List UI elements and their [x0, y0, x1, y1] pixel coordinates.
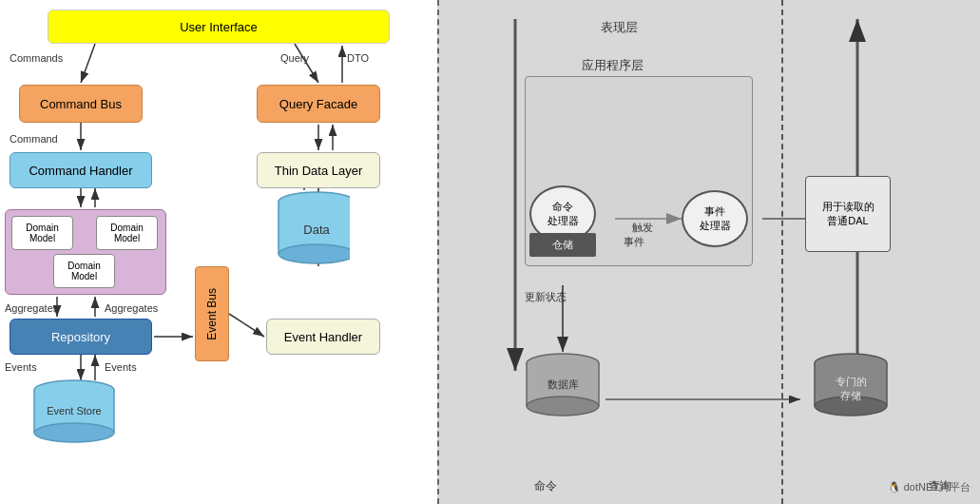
thin-data-layer-box: Thin Data Layer: [257, 152, 380, 188]
domain-model-3: Domain Model: [53, 254, 115, 288]
svg-text:Event Store: Event Store: [47, 405, 101, 417]
right-panel: 表现层 应用程序层 命令 处理器 仓储 触发 事件 事件 处理器 用于读取的 普…: [437, 0, 980, 504]
label-dto: DTO: [347, 52, 369, 64]
read-dal-box: 用于读取的 普通DAL: [805, 176, 891, 252]
event-store-cylinder: Event Store: [27, 378, 122, 455]
svg-point-27: [34, 423, 114, 442]
svg-text:专门的: 专门的: [836, 376, 867, 387]
domain-model-2: Domain Model: [96, 216, 158, 250]
svg-text:存储: 存储: [840, 390, 861, 401]
special-storage-cylinder: 专门的 存储: [808, 352, 894, 428]
svg-line-15: [229, 314, 264, 337]
watermark: 🐧 dotNET跨平台: [888, 480, 970, 494]
query-facade-box: Query Facade: [257, 85, 380, 123]
repository-box: Repository: [10, 319, 152, 355]
domain-models-container: Domain Model Domain Model Domain Model: [5, 209, 166, 295]
layer-presentation: 表现层: [601, 19, 638, 36]
label-aggregates-2: Aggregates: [105, 302, 158, 314]
svg-text:Data: Data: [303, 223, 330, 237]
svg-point-42: [527, 397, 599, 416]
database-cylinder: 数据库: [520, 352, 605, 428]
left-panel: User Interface Commands Query DTO Comman…: [0, 0, 437, 504]
label-query: Query: [280, 52, 309, 64]
data-cylinder: Data: [274, 188, 350, 264]
command-label-bottom: 命令: [534, 478, 557, 494]
label-events-1: Events: [5, 361, 37, 373]
svg-point-21: [279, 244, 350, 263]
layer-application: 应用程序层: [582, 57, 644, 74]
trigger-event-label: 触发 事件: [615, 209, 653, 261]
storage-box: 仓储: [529, 233, 596, 257]
command-bus-box: Command Bus: [19, 85, 143, 123]
label-commands: Commands: [10, 52, 63, 64]
command-handler-box: Command Handler: [10, 152, 152, 188]
event-processor-oval: 事件 处理器: [682, 190, 748, 247]
user-interface-box: User Interface: [48, 10, 390, 44]
event-handler-box: Event Handler: [266, 319, 380, 355]
update-state-label: 更新状态: [525, 290, 567, 304]
label-aggregates-1: Aggregates: [5, 302, 58, 314]
label-events-2: Events: [105, 361, 137, 373]
label-command: Command: [10, 133, 58, 145]
domain-model-1: Domain Model: [11, 216, 73, 250]
right-panel-inner: 表现层 应用程序层 命令 处理器 仓储 触发 事件 事件 处理器 用于读取的 普…: [439, 0, 980, 504]
vertical-divider: [781, 0, 783, 504]
svg-text:数据库: 数据库: [548, 378, 579, 390]
svg-line-2: [81, 44, 95, 83]
event-bus-box: Event Bus: [195, 266, 229, 361]
